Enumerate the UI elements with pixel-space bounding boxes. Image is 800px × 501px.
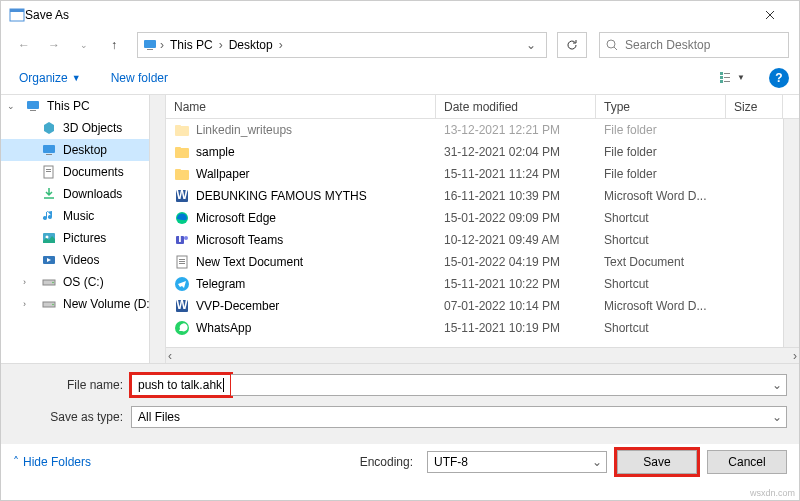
file-row[interactable]: Linkedin_writeups13-12-2021 12:21 PMFile…: [166, 119, 799, 141]
filename-input-ext[interactable]: ⌄: [231, 374, 787, 396]
save-button[interactable]: Save: [617, 450, 697, 474]
svg-rect-16: [46, 169, 51, 170]
svg-text:T: T: [176, 232, 184, 245]
file-name: DEBUNKING FAMOUS MYTHS: [196, 189, 367, 203]
help-button[interactable]: ?: [769, 68, 789, 88]
file-type: Shortcut: [596, 277, 726, 291]
column-name[interactable]: Name: [166, 95, 436, 118]
window-title: Save As: [25, 8, 69, 22]
file-date: 15-11-2021 10:22 PM: [436, 277, 596, 291]
sidebar-item-documents[interactable]: Documents: [1, 161, 165, 183]
teams-icon: T: [174, 232, 190, 248]
file-row[interactable]: TMicrosoft Teams10-12-2021 09:49 AMShort…: [166, 229, 799, 251]
view-options-button[interactable]: ▼: [715, 67, 749, 89]
sidebar-scrollbar[interactable]: [149, 95, 165, 363]
sidebar-item-videos[interactable]: Videos: [1, 249, 165, 271]
file-date: 15-01-2022 04:19 PM: [436, 255, 596, 269]
file-name: sample: [196, 145, 235, 159]
sidebar-item-music[interactable]: Music: [1, 205, 165, 227]
svg-rect-8: [724, 77, 730, 78]
drive-icon: [41, 296, 57, 312]
svg-rect-3: [147, 49, 153, 50]
word-icon: W: [174, 188, 190, 204]
expand-icon[interactable]: ›: [23, 299, 26, 309]
column-type[interactable]: Type: [596, 95, 726, 118]
chevron-down-icon: ▼: [72, 73, 81, 83]
drive-icon: [41, 274, 57, 290]
filename-label: File name:: [13, 378, 131, 392]
file-row[interactable]: sample31-12-2021 02:04 PMFile folder: [166, 141, 799, 163]
search-input[interactable]: Search Desktop: [599, 32, 789, 58]
folder-icon: [174, 166, 190, 182]
expand-icon[interactable]: ›: [23, 277, 26, 287]
svg-rect-6: [724, 73, 730, 74]
up-button[interactable]: ↑: [101, 33, 127, 57]
sidebar-item-thispc[interactable]: ⌄This PC: [1, 95, 165, 117]
savetype-select[interactable]: All Files⌄: [131, 406, 787, 428]
file-vscrollbar[interactable]: [783, 119, 799, 347]
file-type: Text Document: [596, 255, 726, 269]
file-row[interactable]: WhatsApp15-11-2021 10:19 PMShortcut: [166, 317, 799, 339]
breadcrumb-thispc[interactable]: This PC: [166, 38, 217, 52]
file-type: File folder: [596, 145, 726, 159]
file-row[interactable]: Microsoft Edge15-01-2022 09:09 PMShortcu…: [166, 207, 799, 229]
svg-rect-17: [46, 171, 51, 172]
encoding-select[interactable]: UTF-8⌄: [427, 451, 607, 473]
chevron-down-icon[interactable]: ⌄: [772, 410, 782, 424]
hide-folders-link[interactable]: ˄Hide Folders: [13, 455, 91, 469]
chevron-right-icon[interactable]: ›: [217, 38, 225, 52]
file-type: Shortcut: [596, 321, 726, 335]
close-button[interactable]: [749, 3, 791, 27]
svg-text:W: W: [176, 188, 188, 202]
new-folder-button[interactable]: New folder: [103, 65, 176, 91]
svg-rect-2: [144, 40, 156, 48]
list-view-icon: [719, 71, 735, 85]
file-row[interactable]: New Text Document15-01-2022 04:19 PMText…: [166, 251, 799, 273]
sidebar-item-desktop[interactable]: Desktop: [1, 139, 165, 161]
chevron-right-icon[interactable]: ›: [158, 38, 166, 52]
back-button[interactable]: ←: [11, 33, 37, 57]
recent-dropdown[interactable]: ⌄: [71, 33, 97, 57]
breadcrumb-desktop[interactable]: Desktop: [225, 38, 277, 52]
file-name: Wallpaper: [196, 167, 250, 181]
sidebar-item-drive-d[interactable]: ›New Volume (D:): [1, 293, 165, 315]
file-type: Microsoft Word D...: [596, 299, 726, 313]
file-type: File folder: [596, 167, 726, 181]
file-name: New Text Document: [196, 255, 303, 269]
cancel-button[interactable]: Cancel: [707, 450, 787, 474]
file-row[interactable]: Wallpaper15-11-2021 11:24 PMFile folder: [166, 163, 799, 185]
svg-rect-12: [30, 110, 36, 111]
svg-rect-13: [43, 145, 55, 153]
svg-rect-40: [179, 263, 185, 264]
file-date: 15-11-2021 11:24 PM: [436, 167, 596, 181]
search-icon: [606, 39, 619, 52]
chevron-down-icon[interactable]: ⌄: [772, 378, 782, 392]
chevron-right-icon[interactable]: ›: [277, 38, 285, 52]
file-date: 15-11-2021 10:19 PM: [436, 321, 596, 335]
filename-input[interactable]: push to talk.ahk: [131, 374, 231, 396]
folder-icon: [174, 144, 190, 160]
svg-rect-30: [175, 169, 181, 172]
sidebar-item-downloads[interactable]: Downloads: [1, 183, 165, 205]
organize-menu[interactable]: Organize▼: [11, 65, 89, 91]
sidebar-item-3dobjects[interactable]: 3D Objects: [1, 117, 165, 139]
file-row[interactable]: WDEBUNKING FAMOUS MYTHS16-11-2021 10:39 …: [166, 185, 799, 207]
sidebar-item-drive-c[interactable]: ›OS (C:): [1, 271, 165, 293]
file-hscrollbar[interactable]: ‹›: [166, 347, 799, 363]
file-row[interactable]: WVVP-December07-01-2022 10:14 PMMicrosof…: [166, 295, 799, 317]
file-type: File folder: [596, 123, 726, 137]
watermark: wsxdn.com: [750, 488, 795, 498]
file-type: Shortcut: [596, 233, 726, 247]
address-dropdown[interactable]: ⌄: [520, 38, 542, 52]
sidebar-item-pictures[interactable]: Pictures: [1, 227, 165, 249]
file-list[interactable]: Linkedin_writeups13-12-2021 12:21 PMFile…: [166, 119, 799, 347]
refresh-button[interactable]: [557, 32, 587, 58]
column-date[interactable]: Date modified: [436, 95, 596, 118]
file-row[interactable]: Telegram15-11-2021 10:22 PMShortcut: [166, 273, 799, 295]
chevron-down-icon[interactable]: ⌄: [592, 455, 602, 469]
column-size[interactable]: Size: [726, 95, 783, 118]
collapse-icon[interactable]: ⌄: [7, 101, 15, 111]
savetype-label: Save as type:: [13, 410, 131, 424]
address-bar[interactable]: › This PC › Desktop › ⌄: [137, 32, 547, 58]
file-list-header: Name Date modified Type Size: [166, 95, 799, 119]
